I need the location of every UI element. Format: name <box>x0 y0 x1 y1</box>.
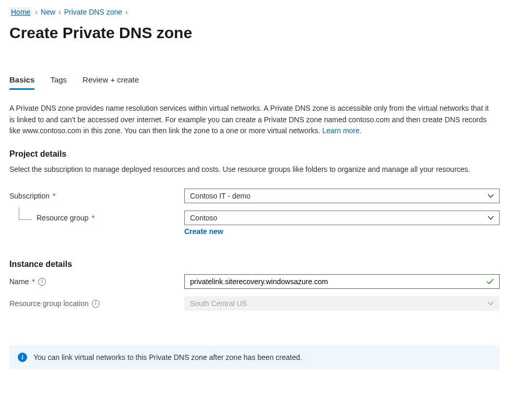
instance-details-heading: Instance details <box>9 260 500 269</box>
tree-connector-icon <box>19 207 31 220</box>
chevron-right-icon: › <box>35 8 38 16</box>
subscription-field: Subscription * Contoso IT - demo <box>9 189 500 203</box>
chevron-down-icon <box>488 215 494 221</box>
resource-group-field: Resource group * Contoso <box>9 211 500 225</box>
learn-more-link[interactable]: Learn more. <box>322 126 361 135</box>
intro-text: A Private DNS zone provides name resolut… <box>9 103 495 137</box>
tab-review-create[interactable]: Review + create <box>82 75 139 90</box>
breadcrumb-private-dns-zone[interactable]: Private DNS zone <box>64 8 122 16</box>
tab-tags[interactable]: Tags <box>50 75 67 90</box>
info-bar-text: You can link virtual networks to this Pr… <box>33 353 302 361</box>
subscription-value: Contoso IT - demo <box>190 192 251 200</box>
breadcrumb: Home › New › Private DNS zone › <box>9 7 500 17</box>
info-icon: i <box>18 353 27 362</box>
tab-basics[interactable]: Basics <box>9 75 34 90</box>
resource-group-label: Resource group <box>37 214 89 222</box>
required-asterisk: * <box>53 192 55 200</box>
subscription-label: Subscription <box>9 192 50 200</box>
tab-bar: Basics Tags Review + create <box>9 75 500 90</box>
info-bar: i You can link virtual networks to this … <box>9 345 500 369</box>
name-field: Name * i <box>9 274 500 289</box>
location-label: Resource group location <box>9 299 89 308</box>
info-icon[interactable]: i <box>92 300 100 308</box>
resource-group-select[interactable]: Contoso <box>184 211 500 225</box>
intro-body: A Private DNS zone provides name resolut… <box>9 104 489 135</box>
checkmark-icon <box>486 277 494 286</box>
location-select: South Central US <box>184 296 500 311</box>
chevron-right-icon: › <box>58 8 61 16</box>
create-new-link[interactable]: Create new <box>184 227 223 236</box>
page-title: Create Private DNS zone <box>9 24 500 42</box>
breadcrumb-new[interactable]: New <box>41 8 55 16</box>
breadcrumb-home[interactable]: Home <box>9 7 32 17</box>
create-new-row: Create new <box>9 227 500 236</box>
name-label: Name <box>9 277 29 286</box>
location-value: South Central US <box>190 299 247 308</box>
required-asterisk: * <box>92 214 94 222</box>
subscription-select[interactable]: Contoso IT - demo <box>184 189 500 203</box>
chevron-right-icon: › <box>125 8 128 16</box>
chevron-down-icon <box>488 300 494 307</box>
required-asterisk: * <box>32 277 34 286</box>
location-field: Resource group location i South Central … <box>9 296 500 311</box>
info-icon[interactable]: i <box>38 278 46 286</box>
chevron-down-icon <box>488 193 494 199</box>
name-input[interactable] <box>184 274 500 289</box>
project-details-heading: Project details <box>9 149 500 159</box>
project-details-sub: Select the subscription to manage deploy… <box>9 164 500 175</box>
resource-group-value: Contoso <box>190 214 217 222</box>
